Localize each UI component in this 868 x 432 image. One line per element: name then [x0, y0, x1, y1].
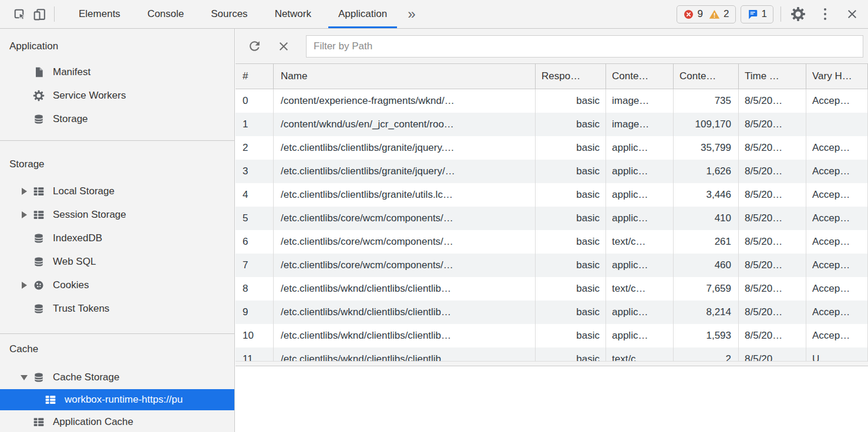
column-header-content-length[interactable]: Conte…: [674, 64, 739, 89]
collapse-arrow-icon[interactable]: [21, 375, 28, 380]
cell-content-length: 1,626: [674, 160, 739, 183]
cell-name: /etc.clientlibs/core/wcm/components/…: [274, 254, 536, 277]
sidebar-item-service-workers[interactable]: Service Workers: [0, 84, 234, 107]
cell-name: /content/wknd/us/en/_jcr_content/roo…: [274, 113, 536, 136]
cell-content-type: applic…: [606, 324, 674, 347]
cell-content-type: text/c…: [606, 347, 674, 361]
sidebar-item-label: Manifest: [53, 66, 90, 78]
error-count: 9: [698, 8, 703, 20]
sidebar-item-session-storage[interactable]: Session Storage: [0, 203, 234, 227]
cell-index: 1: [235, 113, 274, 136]
cell-vary-header: Accep…: [806, 183, 868, 207]
more-tabs-chevron[interactable]: »: [401, 0, 422, 28]
sidebar-item-label: Storage: [53, 113, 88, 125]
tab-network[interactable]: Network: [261, 0, 325, 28]
sidebar-item-cookies[interactable]: Cookies: [0, 274, 234, 297]
column-header-index[interactable]: #: [235, 64, 274, 89]
cache-toolbar: [235, 29, 868, 64]
table-row[interactable]: 7 /etc.clientlibs/core/wcm/components/… …: [235, 254, 868, 277]
table-row[interactable]: 10 /etc.clientlibs/wknd/clientlibs/clien…: [235, 324, 868, 347]
cell-index: 4: [235, 183, 274, 207]
table-row[interactable]: 2 /etc.clientlibs/clientlibs/granite/jqu…: [235, 136, 868, 160]
cell-vary-header: U…: [806, 347, 868, 361]
tab-console[interactable]: Console: [134, 0, 197, 28]
tab-elements[interactable]: Elements: [65, 0, 134, 28]
sidebar-item-web-sql[interactable]: Web SQL: [0, 250, 234, 274]
table-row[interactable]: 4 /etc.clientlibs/clientlibs/granite/uti…: [235, 183, 868, 207]
cookie-icon: [33, 279, 45, 291]
preview-pane: [235, 366, 868, 432]
inspect-element-icon[interactable]: [9, 4, 29, 24]
table-row[interactable]: 5 /etc.clientlibs/core/wcm/components/… …: [235, 207, 868, 230]
table-row[interactable]: 1 /content/wknd/us/en/_jcr_content/roo… …: [235, 113, 868, 136]
table-icon: [45, 394, 56, 406]
application-sidebar: Application Manifest: [0, 29, 235, 432]
more-options-icon[interactable]: [815, 4, 835, 24]
issues-badge[interactable]: 1: [741, 5, 773, 23]
table-row[interactable]: 6 /etc.clientlibs/core/wcm/components/… …: [235, 230, 868, 254]
column-header-name[interactable]: Name: [274, 64, 536, 89]
column-header-time-cached[interactable]: Time …: [739, 64, 806, 89]
table-row[interactable]: 11 /etc.clientlibs/wknd/clientlibs/clien…: [235, 347, 868, 361]
table-row[interactable]: 8 /etc.clientlibs/wknd/clientlibs/client…: [235, 277, 868, 301]
cell-content-length: 261: [674, 230, 739, 254]
sidebar-item-storage[interactable]: Storage: [0, 107, 234, 131]
cell-content-length: 410: [674, 207, 739, 230]
sidebar-item-trust-tokens[interactable]: Trust Tokens: [0, 297, 234, 320]
sidebar-item-label: Application Cache: [53, 416, 133, 428]
cell-vary-header: Accep…: [806, 324, 868, 347]
delete-selected-icon[interactable]: [273, 36, 294, 57]
close-devtools-icon[interactable]: [842, 4, 862, 24]
column-header-vary-header[interactable]: Vary H…: [806, 64, 868, 89]
toolbar-divider: [54, 6, 55, 22]
cell-time-cached: 8/5/20…: [739, 254, 806, 277]
sidebar-item-label: Service Workers: [53, 90, 126, 102]
filter-by-path-input[interactable]: [306, 35, 863, 58]
cell-content-type: applic…: [606, 183, 674, 207]
cell-name: /etc.clientlibs/wknd/clientlibs/clientli…: [274, 324, 536, 347]
cell-vary-header: Accep…: [806, 136, 868, 160]
cell-name: /etc.clientlibs/wknd/clientlibs/clientli…: [274, 277, 536, 301]
sidebar-item-manifest[interactable]: Manifest: [0, 60, 234, 84]
horizontal-scrollbar[interactable]: [235, 361, 868, 366]
sidebar-item-workbox-cache[interactable]: workbox-runtime-https://pu: [0, 389, 234, 410]
table-row[interactable]: 9 /etc.clientlibs/wknd/clientlibs/client…: [235, 301, 868, 324]
cell-content-length: 735: [674, 89, 739, 113]
sidebar-item-local-storage[interactable]: Local Storage: [0, 180, 234, 203]
sidebar-item-indexeddb[interactable]: IndexedDB: [0, 227, 234, 250]
expand-arrow-icon[interactable]: [22, 211, 27, 218]
cell-response-type: basic: [536, 136, 606, 160]
device-toolbar-icon[interactable]: [29, 4, 49, 24]
cache-storage-panel: # Name Respo… Conte… Conte… Time … Vary …: [235, 29, 868, 432]
sidebar-item-cache-storage[interactable]: Cache Storage: [0, 366, 234, 389]
table-row[interactable]: 0 /content/experience-fragments/wknd/… b…: [235, 89, 868, 113]
cell-name: /content/experience-fragments/wknd/…: [274, 89, 536, 113]
warning-icon: [709, 9, 720, 20]
settings-gear-icon[interactable]: [788, 4, 808, 24]
tab-application[interactable]: Application: [325, 0, 401, 28]
cell-time-cached: 8/5/20…: [739, 347, 806, 361]
expand-arrow-icon[interactable]: [22, 282, 27, 289]
database-icon: [33, 113, 45, 125]
cell-vary-header: Accep…: [806, 254, 868, 277]
cell-index: 9: [235, 301, 274, 324]
cell-response-type: basic: [536, 277, 606, 301]
refresh-icon[interactable]: [244, 36, 265, 57]
panel-tabs: Elements Console Sources Network Applica…: [65, 0, 423, 28]
errors-warnings-badge[interactable]: 9 2: [677, 5, 736, 23]
expand-arrow-icon[interactable]: [22, 188, 27, 195]
tab-sources[interactable]: Sources: [197, 0, 261, 28]
column-header-content-type[interactable]: Conte…: [606, 64, 674, 89]
table-row[interactable]: 3 /etc.clientlibs/clientlibs/granite/jqu…: [235, 160, 868, 183]
cell-content-type: applic…: [606, 136, 674, 160]
cell-time-cached: 8/5/20…: [739, 324, 806, 347]
sidebar-item-application-cache[interactable]: Application Cache: [0, 410, 234, 432]
cell-content-type: applic…: [606, 254, 674, 277]
sidebar-item-label: IndexedDB: [53, 232, 102, 244]
cell-content-length: 8,214: [674, 301, 739, 324]
cell-content-length: 1,593: [674, 324, 739, 347]
cell-content-length: 3,446: [674, 183, 739, 207]
column-header-response-type[interactable]: Respo…: [536, 64, 606, 89]
sidebar-item-label: Local Storage: [53, 185, 115, 197]
toolbar-divider: [780, 6, 781, 22]
